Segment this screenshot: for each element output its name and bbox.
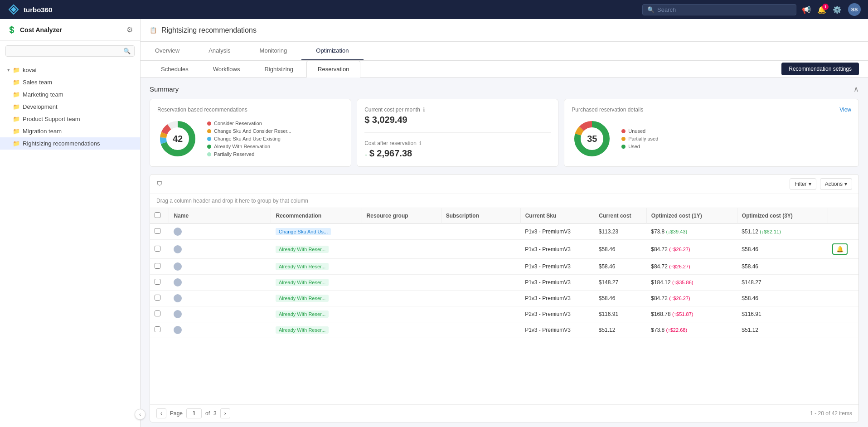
view-link[interactable]: View — [839, 107, 851, 113]
sidebar-search[interactable]: 🔍 — [5, 45, 135, 57]
tab-monitoring[interactable]: Monitoring — [245, 42, 302, 60]
page-number-input[interactable] — [186, 408, 202, 418]
pagination-controls: ‹ Page of 3 › — [156, 408, 230, 418]
row-checkbox[interactable] — [155, 295, 160, 301]
row-recommendation-cell: Already With Reser... — [271, 322, 362, 338]
reservation-card-title: Reservation based recommendations — [157, 107, 344, 113]
tab-schedules[interactable]: Schedules — [150, 61, 200, 78]
announcements-icon[interactable]: 📢 — [802, 5, 811, 14]
tab-rightsizing[interactable]: Rightsizing — [253, 61, 305, 78]
sidebar-item-marketing[interactable]: 📁 Marketing team — [0, 88, 140, 101]
legend-dot-orange2 — [621, 137, 626, 141]
prev-page-button[interactable]: ‹ — [156, 408, 166, 418]
col-name[interactable]: Name — [169, 208, 271, 224]
tab-analysis[interactable]: Analysis — [194, 42, 245, 60]
chevron-down-icon: ▾ — [809, 181, 811, 187]
col-actions — [828, 208, 858, 224]
row-opt-1y-cell: $84.72 (↑$26.27) — [646, 240, 737, 259]
row-checkbox[interactable] — [155, 326, 160, 332]
row-sku-cell: P1v3 - PremiumV3 — [520, 322, 594, 338]
tab-reservation[interactable]: Reservation — [306, 61, 360, 78]
search-box[interactable]: 🔍 — [642, 4, 796, 15]
purchased-legend: Unused Partially used Used — [621, 128, 658, 149]
col-current-sku[interactable]: Current Sku — [520, 208, 594, 224]
cost-analyzer-icon: 💲 — [7, 25, 16, 34]
row-user-icon — [174, 310, 182, 318]
row-name-cell — [169, 275, 271, 291]
col-recommendation[interactable]: Recommendation — [271, 208, 362, 224]
row-resource-cell — [362, 224, 441, 240]
sidebar-settings-icon[interactable]: ⚙ — [126, 25, 133, 34]
recommendation-tag: Change Sku And Us... — [276, 228, 331, 235]
row-checkbox[interactable] — [155, 263, 160, 269]
data-table: Name Recommendation Resource group Subsc… — [150, 208, 858, 338]
purchased-card-title: Purchased reservation details — [572, 107, 643, 113]
notifications-icon[interactable]: 🔔 1 — [817, 5, 826, 14]
sidebar-root-label: kovai — [23, 67, 36, 73]
tab-workflows[interactable]: Workflows — [202, 61, 252, 78]
next-page-button[interactable]: › — [220, 408, 230, 418]
col-optimized-3y[interactable]: Optimized cost (3Y) — [737, 208, 828, 224]
sidebar-item-rightsizing[interactable]: 📁 Rightsizing recommendations — [0, 137, 140, 150]
summary-collapse-button[interactable]: ∧ — [853, 85, 859, 93]
summary-cards: Reservation based recommendations — [150, 99, 859, 167]
sidebar-collapse-button[interactable]: ‹ — [135, 409, 145, 420]
topnav: turbo360 🔍 📢 🔔 1 ⚙️ SS — [0, 0, 868, 19]
row-user-icon — [174, 326, 182, 334]
table-toolbar: ⛉ Filter ▾ Actions ▾ — [150, 175, 858, 194]
summary-header: Summary ∧ — [150, 85, 859, 93]
info-icon[interactable]: ℹ — [423, 107, 425, 113]
arrow-down-icon: ↓ — [364, 150, 368, 157]
table-row: Already With Reser... P1v3 - PremiumV3 $… — [150, 291, 858, 306]
tab-optimization[interactable]: Optimization — [301, 42, 363, 60]
row-checkbox[interactable] — [155, 279, 160, 285]
settings-icon[interactable]: ⚙️ — [833, 5, 842, 14]
col-optimized-1y[interactable]: Optimized cost (1Y) — [646, 208, 737, 224]
row-checkbox-cell — [150, 322, 169, 338]
row-sku-cell: P2v3 - PremiumV3 — [520, 306, 594, 322]
reservation-legend: Consider Reservation Change Sku And Cons… — [207, 121, 291, 157]
row-checkbox[interactable] — [155, 228, 160, 234]
opt-1y-diff: (↑$22.68) — [666, 327, 687, 333]
row-name-cell — [169, 259, 271, 275]
row-checkbox[interactable] — [155, 246, 160, 252]
sidebar-item-product-support[interactable]: 📁 Product Support team — [0, 113, 140, 125]
row-opt-1y-cell: $168.78 (↑$51.87) — [646, 306, 737, 322]
filter-button[interactable]: Filter ▾ — [790, 178, 816, 190]
table-header-row: Name Recommendation Resource group Subsc… — [150, 208, 858, 224]
tab-overview[interactable]: Overview — [141, 42, 194, 60]
row-checkbox-cell — [150, 240, 169, 259]
row-action-cell — [828, 291, 858, 306]
sidebar-item-root[interactable]: ▾ 📁 kovai — [0, 64, 140, 76]
row-current-cost-cell: $148.27 — [594, 275, 646, 291]
row-sku-cell: P1v3 - PremiumV3 — [520, 259, 594, 275]
col-resource-group[interactable]: Resource group — [362, 208, 441, 224]
info-icon-2[interactable]: ℹ — [419, 140, 422, 146]
bell-button[interactable]: 🔔 — [832, 243, 848, 255]
cost-after-row: Cost after reservation ℹ ↓ $ 2,967.38 — [364, 140, 551, 159]
purchased-donut-chart: 35 — [572, 118, 612, 159]
row-opt-3y-cell: $58.46 — [737, 240, 828, 259]
actions-button[interactable]: Actions ▾ — [820, 178, 852, 190]
filter-funnel-icon[interactable]: ⛉ — [156, 180, 163, 188]
summary-title: Summary — [150, 85, 179, 93]
sidebar-item-development[interactable]: 📁 Development — [0, 101, 140, 113]
sidebar-item-label: Development — [23, 103, 58, 110]
table-row: Change Sku And Us... P1v3 - PremiumV3 $1… — [150, 224, 858, 240]
sidebar-item-migration[interactable]: 📁 Migration team — [0, 125, 140, 137]
col-current-cost[interactable]: Current cost — [594, 208, 646, 224]
donut-container: 42 Consider Reservation Change Sku And C… — [157, 118, 344, 159]
folder-icon: 📁 — [13, 116, 20, 122]
select-all-checkbox[interactable] — [155, 212, 160, 218]
sidebar-item-sales[interactable]: 📁 Sales team — [0, 76, 140, 88]
sidebar-search-input[interactable] — [10, 48, 123, 54]
col-subscription[interactable]: Subscription — [441, 208, 520, 224]
row-current-cost-cell: $58.46 — [594, 240, 646, 259]
recommendation-settings-button[interactable]: Recommendation settings — [781, 63, 859, 75]
row-recommendation-cell: Already With Reser... — [271, 291, 362, 306]
row-resource-cell — [362, 259, 441, 275]
row-checkbox[interactable] — [155, 311, 160, 316]
legend-consider-reservation: Consider Reservation — [207, 121, 291, 126]
search-input[interactable] — [657, 6, 791, 13]
user-avatar[interactable]: SS — [848, 3, 861, 16]
